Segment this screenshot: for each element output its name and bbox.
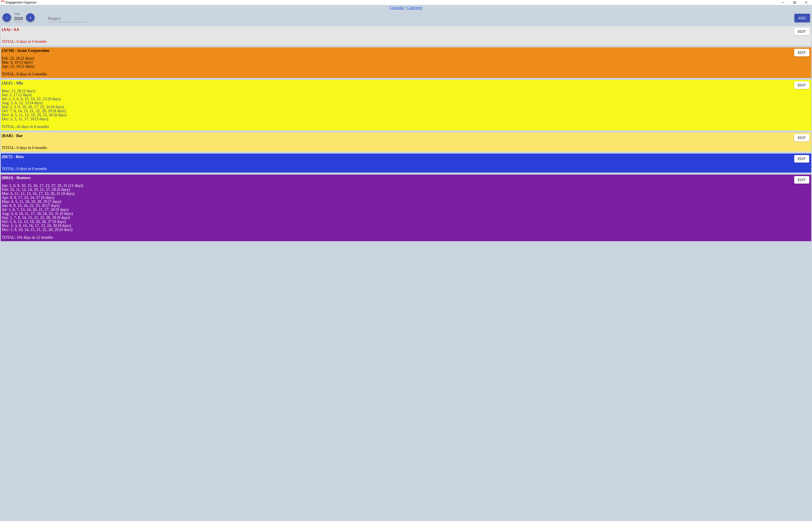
customer-months: Jan: 2, 8, 9, 10, 15, 16, 17, 23, 27, 28… <box>2 184 810 232</box>
customer-card: (ACM) - Acme CorporationEDITFeb: 25, 26 … <box>1 47 811 78</box>
month-line: Jul: 2, 3, 8, 9, 15, 16, 22, 23 (8 days) <box>2 97 810 101</box>
year-decrement-button[interactable]: - <box>2 13 11 22</box>
close-button[interactable] <box>800 0 812 5</box>
content-wrap: (AA) - AAEDITTOTAL: 0 days in 0 months(A… <box>0 26 812 521</box>
month-line: Jul: 1, 6, 7, 13, 14, 20, 21, 27, 28 (9 … <box>2 208 810 212</box>
customer-title: (BAR) - Bar <box>2 134 810 138</box>
close-icon <box>805 1 808 4</box>
customer-total: TOTAL: 45 days in 8 months <box>2 124 810 129</box>
edit-button[interactable]: EDIT <box>794 155 809 163</box>
year-increment-button[interactable]: + <box>26 13 35 22</box>
customer-title: (ALF) - Alfa <box>2 81 810 85</box>
window-title: Engagement Organizer <box>5 1 37 4</box>
svg-rect-2 <box>794 1 796 3</box>
window-controls <box>777 0 812 5</box>
month-line: Dec: 2, 3, 11, 17, 18 (5 days) <box>2 117 810 121</box>
project-input[interactable] <box>48 16 87 22</box>
toolbar: - Year + ADD <box>0 10 812 26</box>
edit-button[interactable]: EDIT <box>794 176 809 184</box>
month-line: May: 12, 20 (2 days) <box>2 89 810 93</box>
month-line: Mar: 6, 11, 12, 13, 16, 17, 23, 30, 31 (… <box>2 191 810 196</box>
month-line: Apr: 8, 9, 17, 23, 24, 27 (6 days) <box>2 196 810 200</box>
month-line: Feb: 25, 26 (2 days) <box>2 56 810 60</box>
nav-link-customer[interactable]: Customer <box>407 5 422 10</box>
customer-card: (ALF) - AlfaEDITMay: 12, 20 (2 days)Jun:… <box>1 80 811 131</box>
customer-title: (BET) - Beta <box>2 155 810 159</box>
maximize-icon <box>793 1 796 4</box>
minimize-button[interactable] <box>777 0 789 5</box>
year-field: Year <box>14 12 23 22</box>
month-line: Aug: 5, 6, 12, 13 (4 days) <box>2 101 810 105</box>
app-root: Calendar | Customer - Year + ADD (AA) - … <box>0 5 812 521</box>
add-button[interactable]: ADD <box>794 14 810 22</box>
customer-card: (BET) - BetaEDITTOTAL: 0 days in 0 month… <box>1 154 811 173</box>
customer-total: TOTAL: 0 days in 0 months <box>2 166 810 171</box>
customer-total: TOTAL: 0 days in 0 months <box>2 39 810 44</box>
edit-button[interactable]: EDIT <box>794 134 809 141</box>
svg-rect-1 <box>793 1 795 3</box>
month-line: May: 4, 5, 11, 18, 19, 28, 29 (7 days) <box>2 200 810 204</box>
maximize-button[interactable] <box>789 0 800 5</box>
customer-title: (BRO) - Brotters <box>2 176 810 180</box>
month-line: Sep: 1, 7, 8, 14, 15, 21, 22, 28, 29 (9 … <box>2 216 810 220</box>
month-line: Oct: 5, 6, 12, 13, 19, 20, 26, 27 (8 day… <box>2 220 810 224</box>
titlebar-left: Engagement Organizer <box>1 1 37 4</box>
customer-months: May: 12, 20 (2 days)Jun: 5, 17 (2 days)J… <box>2 89 810 121</box>
customer-list[interactable]: (AA) - AAEDITTOTAL: 0 days in 0 months(A… <box>0 26 812 521</box>
project-field <box>48 16 87 22</box>
month-line: Jun: 8, 9, 15, 16, 22, 23, 30 (7 days) <box>2 204 810 208</box>
customer-title: (ACM) - Acme Corporation <box>2 48 810 53</box>
nav-link-calendar[interactable]: Calendar <box>390 5 404 10</box>
toolbar-left: - Year + <box>2 12 87 22</box>
month-line: Dec: 1, 9, 10, 14, 15, 21, 22, 28, 29 (9… <box>2 228 810 232</box>
edit-button[interactable]: EDIT <box>794 49 809 56</box>
window-titlebar: Engagement Organizer <box>0 0 812 5</box>
month-line: Jun: 5, 17 (2 days) <box>2 93 810 97</box>
month-line: Feb: 10, 11, 12, 14, 20, 21, 27, 28 (8 d… <box>2 188 810 191</box>
customer-months: Feb: 25, 26 (2 days)Mar: 9, 10 (2 days)A… <box>2 56 810 68</box>
app-icon <box>1 1 4 4</box>
customer-card: (BRO) - BrottersEDITJan: 2, 8, 9, 10, 15… <box>1 175 811 241</box>
month-line: Aug: 3, 4, 10, 11, 17, 18, 24, 25, 31 (9… <box>2 212 810 216</box>
customer-title: (AA) - AA <box>2 27 810 32</box>
year-label: Year <box>14 12 23 16</box>
customer-total: TOTAL: 0 days in 0 months <box>2 145 810 150</box>
year-input[interactable] <box>14 16 23 22</box>
month-line: Jan: 2, 8, 9, 10, 15, 16, 17, 23, 27, 28… <box>2 184 810 188</box>
edit-button[interactable]: EDIT <box>794 28 809 35</box>
month-line: Nov: 4, 5, 11, 12, 18, 19, 25, 26 (8 day… <box>2 113 810 117</box>
customer-total: TOTAL: 6 days in 3 months <box>2 72 810 76</box>
customer-total: TOTAL: 101 days in 12 months <box>2 235 810 240</box>
top-nav: Calendar | Customer <box>0 5 812 10</box>
month-line: Sep: 2, 3, 9, 10, 16, 17, 23, 24 (8 days… <box>2 105 810 109</box>
edit-button[interactable]: EDIT <box>794 82 809 89</box>
month-line: Mar: 9, 10 (2 days) <box>2 60 810 64</box>
minimize-icon <box>782 1 785 4</box>
month-line: Oct: 7, 8, 14, 15, 21, 22, 28, 29 (8 day… <box>2 109 810 113</box>
month-line: Nov: 2, 3, 9, 10, 16, 17, 23, 24, 30 (9 … <box>2 224 810 228</box>
customer-card: (BAR) - BarEDITTOTAL: 0 days in 0 months <box>1 133 811 152</box>
month-line: Apr: 15, 16 (2 days) <box>2 64 810 68</box>
customer-card: (AA) - AAEDITTOTAL: 0 days in 0 months <box>1 26 811 45</box>
